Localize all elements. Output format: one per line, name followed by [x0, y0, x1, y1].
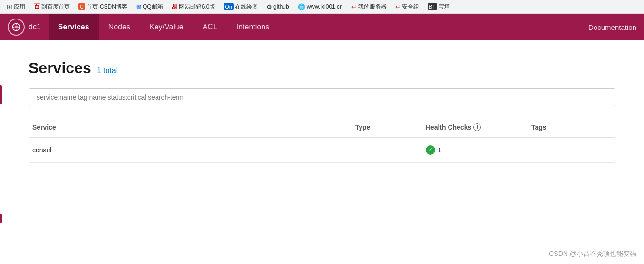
search-input[interactable]	[29, 88, 615, 106]
nav-acl[interactable]: ACL	[193, 14, 227, 40]
nav-docs[interactable]: Documentation	[588, 23, 636, 31]
health-info-icon[interactable]: i	[473, 123, 481, 131]
nav-nodes[interactable]: Nodes	[99, 14, 140, 40]
bm-baidu[interactable]: 百 到百度首页	[31, 1, 73, 12]
col-header-health: Health Checks i	[422, 118, 527, 137]
service-tags	[527, 137, 615, 163]
bm-site[interactable]: 🌐 www.lxl001.cn	[295, 2, 346, 11]
search-container	[29, 88, 615, 106]
navbar: dc1 Services Nodes Key/Value ACL Intenti…	[0, 14, 644, 40]
bm-csdn[interactable]: C 首页-CSDN博客	[76, 2, 130, 12]
navbar-logo[interactable]: dc1	[8, 19, 41, 36]
bm-github[interactable]: ⚙ github	[263, 2, 292, 11]
service-name: consul	[29, 137, 351, 163]
col-header-type: Type	[351, 118, 422, 137]
bm-draw[interactable]: On 在线绘图	[221, 2, 261, 12]
bm-apps[interactable]: ⊞ 应用	[4, 2, 28, 12]
table-header: Service Type Health Checks i Tags	[29, 118, 615, 137]
left-indicator-top	[0, 85, 2, 104]
service-type	[351, 137, 422, 163]
col-header-tags: Tags	[527, 118, 615, 137]
page-header: Services 1 total	[29, 59, 615, 77]
bm-pagoda[interactable]: BT 宝塔	[425, 2, 453, 12]
bookmarks-bar: ⊞ 应用 百 到百度首页 C 首页-CSDN博客 ✉ QQ邮箱 易 网易邮箱6.…	[0, 0, 644, 14]
health-check-pass-icon: ✓	[426, 145, 435, 155]
dc-label: dc1	[29, 23, 41, 31]
nav-intentions[interactable]: Intentions	[227, 14, 279, 40]
bm-security[interactable]: ↩ 安全组	[392, 2, 422, 12]
page-title: Services	[29, 59, 91, 77]
bm-qqmail[interactable]: ✉ QQ邮箱	[133, 2, 166, 12]
table-row[interactable]: consul ✓ 1	[29, 137, 615, 163]
col-header-service: Service	[29, 118, 351, 137]
nav-items: Services Nodes Key/Value ACL Intentions	[49, 14, 279, 40]
bm-163mail[interactable]: 易 网易邮箱6.0版	[169, 2, 218, 12]
health-check-count: 1	[438, 146, 442, 154]
services-table: Service Type Health Checks i Tags consul…	[29, 118, 615, 163]
nav-keyvalue[interactable]: Key/Value	[140, 14, 193, 40]
table-body: consul ✓ 1	[29, 137, 615, 163]
bm-myserver[interactable]: ↩ 我的服务器	[349, 2, 390, 12]
nav-services[interactable]: Services	[49, 14, 99, 40]
page-total: 1 total	[97, 66, 118, 75]
main-content: Services 1 total Service Type Health Che…	[0, 40, 644, 182]
svg-point-1	[15, 26, 18, 29]
logo-icon	[8, 19, 25, 36]
service-health: ✓ 1	[422, 137, 527, 163]
